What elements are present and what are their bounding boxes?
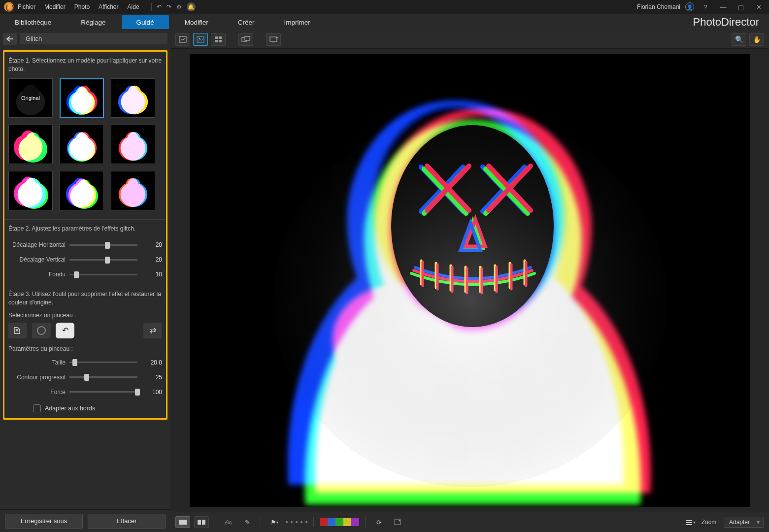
rating-dots[interactable] bbox=[286, 521, 307, 523]
color-swatch[interactable] bbox=[351, 518, 359, 526]
histogram-button[interactable] bbox=[221, 516, 236, 528]
brush-slider[interactable] bbox=[69, 362, 137, 363]
svg-rect-60 bbox=[270, 37, 277, 41]
tab-bibliotheque[interactable]: Bibliothèque bbox=[0, 15, 66, 29]
filmstrip-toggle-button[interactable]: ▾ bbox=[683, 516, 698, 528]
brush-value: 20.0 bbox=[142, 359, 162, 366]
effect-label: Décalage Vertical bbox=[8, 256, 69, 263]
view-compare-button[interactable] bbox=[238, 33, 253, 46]
effect-slider-row: Fondu10 bbox=[8, 267, 162, 282]
undo-icon[interactable]: ↶ bbox=[157, 3, 162, 10]
brush-select-label: Sélectionnez un pinceau : bbox=[8, 312, 162, 319]
svg-point-14 bbox=[128, 85, 141, 100]
svg-rect-101 bbox=[202, 520, 205, 525]
clear-button[interactable]: Effacer bbox=[88, 514, 166, 529]
zoom-select[interactable]: Adapter bbox=[724, 517, 764, 528]
help-icon[interactable]: ? bbox=[699, 3, 712, 11]
preset-5[interactable] bbox=[111, 125, 155, 164]
svg-rect-52 bbox=[197, 36, 204, 42]
swap-tool-button[interactable]: ⇄ bbox=[143, 323, 162, 338]
color-swatch[interactable] bbox=[320, 518, 328, 526]
effect-slider-row: Décalage Vertical20 bbox=[8, 252, 162, 267]
tab-modifier[interactable]: Modifier bbox=[170, 15, 223, 29]
tab-guide[interactable]: Guidé bbox=[122, 15, 169, 29]
edge-aware-label: Adapter aux bords bbox=[45, 405, 95, 412]
svg-point-53 bbox=[199, 38, 201, 39]
breadcrumb: Glitch bbox=[0, 31, 170, 47]
app-logo-icon bbox=[4, 2, 14, 12]
brush-label: Contour progressif bbox=[8, 374, 69, 381]
minimize-button[interactable]: — bbox=[717, 3, 730, 11]
preset-2[interactable] bbox=[111, 78, 155, 118]
preset-1[interactable] bbox=[60, 78, 104, 118]
app-brand: PhotoDirector bbox=[693, 16, 769, 29]
save-as-button[interactable]: Enregistrer sous bbox=[5, 514, 83, 529]
edit-pen-button[interactable]: ✎ bbox=[240, 516, 255, 528]
svg-rect-100 bbox=[198, 520, 201, 525]
svg-rect-54 bbox=[215, 36, 218, 39]
zoom-tool-button[interactable]: 🔍 bbox=[732, 33, 746, 46]
effect-slider[interactable] bbox=[69, 244, 137, 246]
preview-image bbox=[190, 54, 750, 507]
edge-aware-checkbox[interactable] bbox=[33, 404, 41, 412]
color-swatch[interactable] bbox=[335, 518, 343, 526]
pan-tool-button[interactable]: ✋ bbox=[749, 33, 764, 46]
secondary-display-button[interactable]: ▾ bbox=[266, 33, 281, 46]
effect-slider[interactable] bbox=[69, 259, 137, 261]
flag-button[interactable]: ⚑▾ bbox=[267, 516, 282, 528]
view-fit-button[interactable] bbox=[193, 33, 208, 46]
notifications-icon[interactable]: 🔔 bbox=[187, 2, 196, 11]
color-label-swatches[interactable] bbox=[320, 518, 359, 526]
redo-icon[interactable]: ↷ bbox=[167, 3, 171, 10]
compare-mode-b-button[interactable] bbox=[194, 516, 209, 528]
color-swatch[interactable] bbox=[328, 518, 335, 526]
back-button[interactable] bbox=[3, 33, 17, 45]
view-grid-button[interactable] bbox=[211, 33, 226, 46]
canvas-toolbar: ▾ 🔍 ✋ bbox=[170, 31, 769, 49]
svg-point-50 bbox=[127, 178, 140, 193]
compare-mode-a-button[interactable] bbox=[175, 516, 190, 528]
effect-sidebar: Glitch Étape 1. Sélectionnez un modèle p… bbox=[0, 31, 170, 532]
tab-creer[interactable]: Créer bbox=[223, 15, 269, 29]
settings-gear-icon[interactable]: ⚙ bbox=[176, 3, 182, 10]
brush-slider[interactable] bbox=[69, 391, 137, 393]
glitch-panel: Étape 1. Sélectionnez un modèle pour l'a… bbox=[3, 50, 167, 420]
preset-4[interactable] bbox=[60, 125, 104, 164]
mode-bar: Bibliothèque Réglage Guidé Modifier Crée… bbox=[0, 14, 769, 31]
brush-value: 25 bbox=[142, 374, 162, 381]
effect-label: Décalage Horizontal bbox=[8, 241, 69, 248]
svg-text:▾: ▾ bbox=[276, 36, 278, 39]
rotate-button[interactable]: ⟳ bbox=[371, 516, 386, 528]
menu-photo[interactable]: Photo bbox=[74, 3, 90, 10]
restore-tool-button[interactable] bbox=[8, 323, 27, 338]
close-button[interactable]: ✕ bbox=[752, 3, 765, 11]
svg-rect-56 bbox=[215, 40, 218, 42]
user-avatar-icon[interactable]: 👤 bbox=[685, 2, 694, 11]
undo-brush-button[interactable]: ↶ bbox=[56, 323, 74, 338]
brush-slider[interactable] bbox=[69, 376, 137, 378]
step1-text: Étape 1. Sélectionnez un modèle pour l'a… bbox=[8, 57, 162, 73]
effect-value: 20 bbox=[142, 241, 162, 248]
erase-tool-button[interactable] bbox=[32, 323, 51, 338]
preset-6[interactable] bbox=[8, 171, 53, 210]
preset-8[interactable] bbox=[111, 171, 155, 210]
effect-slider[interactable] bbox=[69, 274, 137, 275]
menu-modifier[interactable]: Modifier bbox=[44, 3, 66, 10]
effect-label: Fondu bbox=[8, 271, 69, 278]
crop-button[interactable] bbox=[390, 516, 405, 528]
preset-3[interactable] bbox=[8, 125, 53, 164]
maximize-button[interactable]: ▢ bbox=[735, 3, 747, 11]
menu-fichier[interactable]: Fichier bbox=[18, 3, 35, 10]
preset-original[interactable]: Original bbox=[8, 78, 53, 118]
tab-imprimer[interactable]: Imprimer bbox=[269, 15, 325, 29]
effect-value: 10 bbox=[142, 271, 162, 278]
tab-reglage[interactable]: Réglage bbox=[66, 15, 120, 29]
breadcrumb-title: Glitch bbox=[20, 33, 167, 44]
svg-point-45 bbox=[77, 179, 91, 195]
preset-7[interactable] bbox=[60, 171, 104, 210]
menu-afficher[interactable]: Afficher bbox=[99, 3, 118, 10]
color-swatch[interactable] bbox=[343, 518, 351, 526]
view-single-button[interactable] bbox=[175, 33, 190, 46]
menu-aide[interactable]: Aide bbox=[128, 3, 139, 10]
preview-canvas[interactable] bbox=[190, 54, 750, 507]
